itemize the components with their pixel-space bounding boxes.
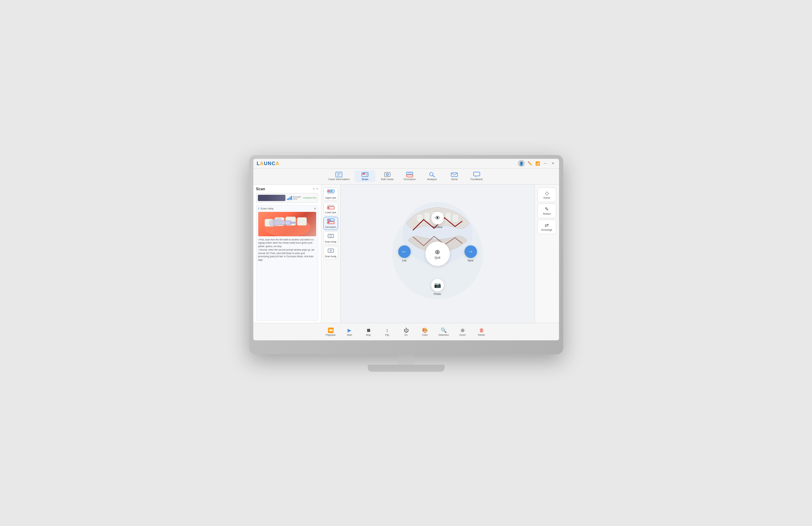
monitor-stand bbox=[249, 354, 563, 372]
quit-btn[interactable]: ⊕ Quit bbox=[425, 242, 450, 266]
side-buttons: Upper jaw Lower jaw bbox=[321, 185, 341, 323]
next-icon: → bbox=[464, 245, 477, 258]
pen-icon: ✏️ bbox=[528, 161, 532, 166]
preview-btn[interactable]: 👁 Preview bbox=[427, 212, 448, 229]
nav-label-occlusion: Occlusion bbox=[403, 178, 416, 181]
next-btn[interactable]: → Next bbox=[460, 245, 481, 262]
scan-help-collapse[interactable]: ∧ bbox=[314, 207, 316, 210]
erase-btn[interactable]: ◇ Erase bbox=[537, 187, 556, 202]
panel-title: Scan bbox=[256, 187, 265, 191]
zoom-btn[interactable]: ⊕ Zoom bbox=[454, 326, 472, 338]
lower-jaw-btn[interactable]: Lower jaw bbox=[323, 202, 338, 215]
stand-base bbox=[368, 365, 445, 372]
detection-btn[interactable]: 🔍 Detection bbox=[435, 326, 453, 338]
erase-icon: ◇ bbox=[545, 190, 549, 196]
feedback-icon bbox=[473, 172, 481, 177]
scanbody-btn-1[interactable]: Scan body bbox=[323, 231, 338, 245]
scanbody-2-label: Scan body bbox=[325, 255, 336, 258]
exchange-label: Exchange bbox=[541, 229, 552, 231]
zoom-icon: ⊕ bbox=[461, 327, 465, 333]
upper-jaw-label: Upper jaw bbox=[325, 197, 336, 199]
screen: LAUNCA 👤 ✏️ 📶 — ✕ bbox=[253, 159, 559, 340]
delete-btn[interactable]: 🗑 Delete bbox=[472, 326, 491, 338]
nav-item-feedback[interactable]: Feedback bbox=[466, 170, 487, 182]
left-panel: Scan « » bbox=[253, 185, 321, 323]
erase-label: Erase bbox=[544, 197, 550, 199]
panel-nav: « » bbox=[313, 187, 318, 191]
color-label: Color bbox=[422, 334, 428, 336]
svg-rect-28 bbox=[330, 190, 331, 192]
close-button[interactable]: ✕ bbox=[551, 161, 556, 166]
on-btn[interactable]: ⏻ On bbox=[397, 326, 415, 338]
scanbody-btn-2[interactable]: Scan body bbox=[323, 246, 338, 259]
analyze-icon bbox=[428, 172, 436, 177]
list-btn[interactable]: ← List bbox=[394, 245, 415, 262]
main-content: Scan « » bbox=[253, 185, 559, 323]
lower-jaw-icon bbox=[327, 204, 335, 210]
redact-btn[interactable]: ✎ Redact bbox=[537, 203, 556, 218]
svg-point-15 bbox=[430, 172, 433, 176]
list-label: List bbox=[402, 259, 406, 262]
title-bar-left: LAUNCA bbox=[257, 161, 280, 166]
on-label: On bbox=[404, 334, 408, 336]
send-icon bbox=[450, 172, 458, 177]
svg-rect-23 bbox=[297, 217, 306, 225]
occlusion-icon bbox=[406, 172, 414, 177]
stand-neck bbox=[389, 354, 424, 365]
nav-bar: Case Information Scan bbox=[253, 169, 559, 185]
scan-icon bbox=[361, 172, 369, 177]
detection-icon: 🔍 bbox=[441, 327, 447, 333]
exchange-btn[interactable]: ⇄ Exchange bbox=[537, 220, 556, 234]
preview-label: Preview bbox=[432, 225, 442, 229]
nav-item-occlusion[interactable]: Occlusion bbox=[399, 170, 420, 182]
svg-rect-20 bbox=[265, 219, 273, 226]
nav-label-edit-mode: Edit mode bbox=[381, 178, 394, 181]
delete-label: Delete bbox=[478, 334, 485, 336]
redact-icon: ✎ bbox=[545, 206, 549, 212]
scanbody-2-icon bbox=[327, 248, 335, 254]
photo-btn[interactable]: 📷 Photo bbox=[427, 279, 448, 296]
upper-jaw-icon bbox=[327, 189, 335, 196]
nav-label-case-info: Case Information bbox=[328, 178, 350, 181]
nav-item-analyze[interactable]: Analyze bbox=[422, 170, 442, 182]
redact-label: Redact bbox=[543, 213, 551, 215]
svg-rect-37 bbox=[330, 219, 331, 220]
nav-item-edit-mode[interactable]: Edit mode bbox=[377, 170, 398, 182]
help-image bbox=[258, 212, 316, 236]
quit-label: Quit bbox=[434, 256, 440, 259]
scan-help: ℹ Scan Help ∧ bbox=[256, 205, 318, 321]
scanner-stats: Strength 51% 74%/80%/70% bbox=[287, 196, 316, 200]
battery-stat: 74%/80%/70% bbox=[303, 197, 316, 199]
zoom-label: Zoom bbox=[460, 334, 466, 336]
nav-item-scan[interactable]: Scan bbox=[355, 170, 375, 182]
color-btn[interactable]: 🎨 Color bbox=[416, 326, 434, 338]
playback-btn[interactable]: ⏪ Playback bbox=[322, 326, 340, 338]
app-logo: LAUNCA bbox=[257, 161, 280, 166]
nav-next[interactable]: » bbox=[316, 187, 318, 191]
quit-icon: ⊕ bbox=[435, 248, 440, 256]
nav-prev[interactable]: « bbox=[313, 187, 315, 191]
exchange-icon: ⇄ bbox=[545, 222, 549, 228]
scanbody-1-label: Scan body bbox=[325, 240, 336, 243]
flip-btn[interactable]: ↕ Flip bbox=[378, 326, 396, 338]
nav-item-case-info[interactable]: Case Information bbox=[325, 170, 353, 182]
occlusion-btn[interactable]: Occlusion bbox=[323, 217, 338, 230]
stat-strength: Strength 51% bbox=[293, 196, 302, 200]
stop-btn[interactable]: ⏹ Stop bbox=[359, 326, 378, 338]
edit-mode-icon bbox=[383, 172, 391, 177]
svg-rect-18 bbox=[474, 172, 480, 176]
svg-rect-29 bbox=[331, 190, 333, 192]
user-icon[interactable]: 👤 bbox=[518, 160, 525, 167]
start-btn[interactable]: ▶ Start bbox=[341, 326, 359, 338]
panel-header: Scan « » bbox=[256, 187, 318, 191]
nav-label-feedback: Feedback bbox=[470, 178, 483, 181]
svg-rect-33 bbox=[327, 205, 334, 206]
nav-label-analyze: Analyze bbox=[427, 178, 437, 181]
upper-jaw-btn[interactable]: Upper jaw bbox=[323, 187, 338, 201]
svg-rect-24 bbox=[273, 221, 291, 224]
svg-point-40 bbox=[330, 235, 332, 237]
minimize-button[interactable]: — bbox=[543, 161, 548, 166]
nav-item-send[interactable]: Send bbox=[444, 170, 465, 182]
detection-label: Detection bbox=[439, 334, 449, 336]
flip-label: Flip bbox=[385, 334, 389, 336]
